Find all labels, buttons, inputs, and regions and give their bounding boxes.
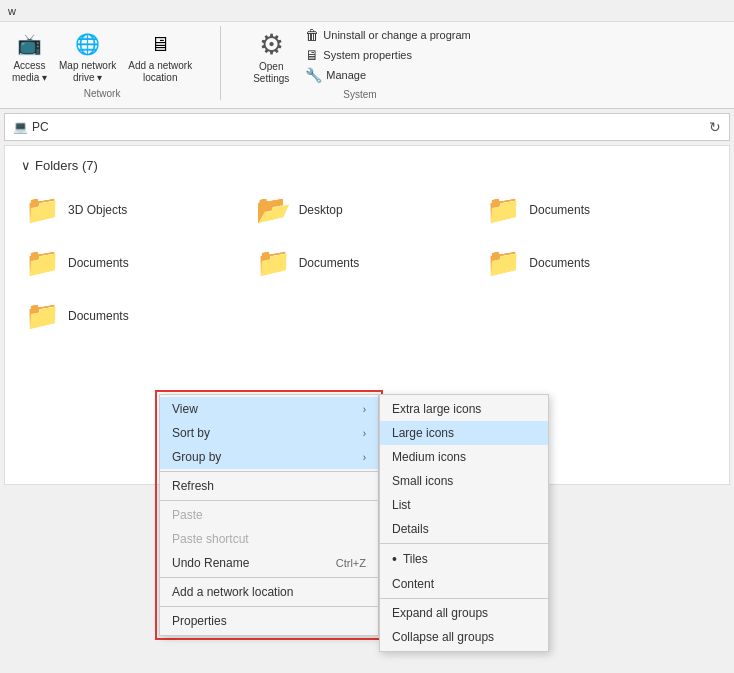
ribbon-open-settings[interactable]: ⚙ OpenSettings	[245, 26, 297, 87]
ribbon-system-properties[interactable]: 🖥 System properties	[301, 46, 474, 64]
menu-refresh[interactable]: Refresh	[160, 474, 378, 498]
details-label: Details	[392, 522, 429, 536]
submenu-extra-large[interactable]: Extra large icons	[380, 397, 548, 421]
system-prop-label: System properties	[323, 49, 412, 61]
menu-view[interactable]: View ›	[160, 397, 378, 421]
menu-paste: Paste	[160, 503, 378, 527]
add-network-icon: 🖥	[144, 28, 176, 60]
menu-sep-1	[160, 471, 378, 472]
group-arrow-icon: ›	[363, 452, 366, 463]
ribbon: 📺 Accessmedia ▾ 🌐 Map networkdrive ▾ 🖥 A…	[0, 22, 734, 109]
submenu-medium[interactable]: Medium icons	[380, 445, 548, 469]
submenu-large[interactable]: Large icons	[380, 421, 548, 445]
submenu-tiles[interactable]: • Tiles	[380, 546, 548, 572]
folder-name: Desktop	[299, 203, 343, 217]
folder-documents-1[interactable]: 📁 Documents	[482, 189, 713, 230]
access-media-label: Accessmedia ▾	[12, 60, 47, 84]
add-network-label: Add a networklocation	[128, 60, 192, 84]
ribbon-network-label: Network	[84, 88, 121, 99]
ribbon-network-items: 📺 Accessmedia ▾ 🌐 Map networkdrive ▾ 🖥 A…	[8, 26, 196, 86]
folder-name: Documents	[68, 309, 129, 323]
submenu-details[interactable]: Details	[380, 517, 548, 541]
pc-icon: 💻	[13, 120, 28, 134]
menu-undo-rename[interactable]: Undo Rename Ctrl+Z	[160, 551, 378, 575]
menu-undo-shortcut: Ctrl+Z	[336, 557, 366, 569]
menu-sort-label: Sort by	[172, 426, 210, 440]
folder-documents-5[interactable]: 📁 Documents	[21, 295, 252, 336]
manage-icon: 🔧	[305, 67, 322, 83]
folder-icon: 📁	[486, 193, 521, 226]
folders-header-text: Folders (7)	[35, 158, 98, 173]
map-network-icon: 🌐	[72, 28, 104, 60]
manage-label: Manage	[326, 69, 366, 81]
ribbon-divider-1	[220, 26, 221, 100]
view-submenu: Extra large icons Large icons Medium ico…	[379, 394, 549, 652]
settings-label: OpenSettings	[253, 61, 289, 85]
folder-documents-2[interactable]: 📁 Documents	[21, 242, 252, 283]
folder-icon: 📂	[256, 193, 291, 226]
uninstall-icon: 🗑	[305, 27, 319, 43]
address-path: PC	[32, 120, 705, 134]
folder-documents-3[interactable]: 📁 Documents	[252, 242, 483, 283]
ribbon-system-items: ⚙ OpenSettings 🗑 Uninstall or change a p…	[245, 26, 475, 87]
submenu-content[interactable]: Content	[380, 572, 548, 596]
settings-icon: ⚙	[259, 28, 284, 61]
tiles-bullet: •	[392, 551, 397, 567]
menu-group-by[interactable]: Group by ›	[160, 445, 378, 469]
folder-desktop[interactable]: 📂 Desktop	[252, 189, 483, 230]
folder-icon: 📁	[25, 246, 60, 279]
submenu-collapse-groups[interactable]: Collapse all groups	[380, 625, 548, 649]
ribbon-right-items: 🗑 Uninstall or change a program 🖥 System…	[301, 26, 474, 84]
title-text: w	[8, 5, 16, 17]
collapse-groups-label: Collapse all groups	[392, 630, 494, 644]
folder-name: 3D Objects	[68, 203, 127, 217]
context-menu-overlay: View › Sort by › Group by › Refresh Past	[155, 390, 383, 640]
folder-name: Documents	[529, 256, 590, 270]
ribbon-add-network[interactable]: 🖥 Add a networklocation	[124, 26, 196, 86]
title-bar: w	[0, 0, 734, 22]
uninstall-label: Uninstall or change a program	[323, 29, 470, 41]
menu-paste-shortcut-label: Paste shortcut	[172, 532, 249, 546]
menu-sort-by[interactable]: Sort by ›	[160, 421, 378, 445]
address-bar[interactable]: 💻 PC ↻	[4, 113, 730, 141]
refresh-button[interactable]: ↻	[709, 119, 721, 135]
menu-properties[interactable]: Properties	[160, 609, 378, 633]
menu-undo-label: Undo Rename	[172, 556, 249, 570]
map-network-label: Map networkdrive ▾	[59, 60, 116, 84]
submenu-sep-1	[380, 543, 548, 544]
folders-grid: 📁 3D Objects 📂 Desktop 📁 Documents 📁 Doc…	[21, 189, 713, 336]
ribbon-system-label: System	[343, 89, 376, 100]
submenu-expand-groups[interactable]: Expand all groups	[380, 601, 548, 625]
menu-sep-2	[160, 500, 378, 501]
menu-add-network[interactable]: Add a network location	[160, 580, 378, 604]
submenu-list[interactable]: List	[380, 493, 548, 517]
content-label: Content	[392, 577, 434, 591]
folder-icon: 📁	[25, 193, 60, 226]
folders-header[interactable]: ∨ Folders (7)	[21, 158, 713, 173]
folder-name: Documents	[299, 256, 360, 270]
folder-name: Documents	[529, 203, 590, 217]
ribbon-map-network[interactable]: 🌐 Map networkdrive ▾	[55, 26, 120, 86]
ribbon-uninstall[interactable]: 🗑 Uninstall or change a program	[301, 26, 474, 44]
submenu-small[interactable]: Small icons	[380, 469, 548, 493]
menu-sep-3	[160, 577, 378, 578]
menu-sep-4	[160, 606, 378, 607]
context-menu: View › Sort by › Group by › Refresh Past	[159, 394, 379, 636]
folder-3d-objects[interactable]: 📁 3D Objects	[21, 189, 252, 230]
access-media-icon: 📺	[14, 28, 46, 60]
large-label: Large icons	[392, 426, 454, 440]
expand-groups-label: Expand all groups	[392, 606, 488, 620]
folder-name: Documents	[68, 256, 129, 270]
submenu-sep-2	[380, 598, 548, 599]
folder-icon: 📁	[25, 299, 60, 332]
folder-icon: 📁	[256, 246, 291, 279]
ribbon-manage[interactable]: 🔧 Manage	[301, 66, 474, 84]
extra-large-label: Extra large icons	[392, 402, 481, 416]
view-arrow-icon: ›	[363, 404, 366, 415]
folder-icon: 📁	[486, 246, 521, 279]
folder-documents-4[interactable]: 📁 Documents	[482, 242, 713, 283]
menu-add-network-label: Add a network location	[172, 585, 293, 599]
menu-refresh-label: Refresh	[172, 479, 214, 493]
list-label: List	[392, 498, 411, 512]
ribbon-access-media[interactable]: 📺 Accessmedia ▾	[8, 26, 51, 86]
